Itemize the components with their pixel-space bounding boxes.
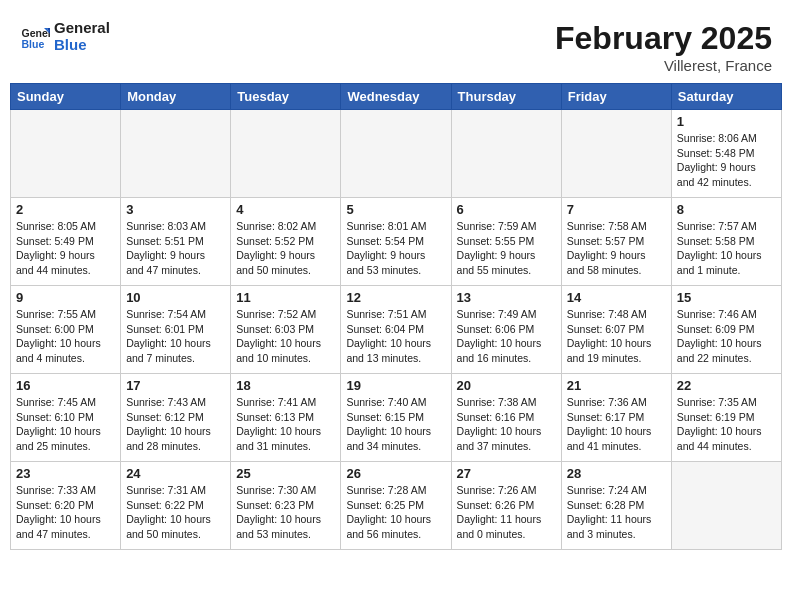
day-info: Sunrise: 8:01 AM Sunset: 5:54 PM Dayligh… bbox=[346, 219, 445, 278]
calendar-cell: 15Sunrise: 7:46 AM Sunset: 6:09 PM Dayli… bbox=[671, 286, 781, 374]
day-number: 6 bbox=[457, 202, 556, 217]
day-number: 11 bbox=[236, 290, 335, 305]
calendar-cell: 2Sunrise: 8:05 AM Sunset: 5:49 PM Daylig… bbox=[11, 198, 121, 286]
week-row-2: 2Sunrise: 8:05 AM Sunset: 5:49 PM Daylig… bbox=[11, 198, 782, 286]
calendar-cell bbox=[121, 110, 231, 198]
svg-text:Blue: Blue bbox=[22, 37, 45, 49]
day-number: 18 bbox=[236, 378, 335, 393]
week-row-5: 23Sunrise: 7:33 AM Sunset: 6:20 PM Dayli… bbox=[11, 462, 782, 550]
day-number: 8 bbox=[677, 202, 776, 217]
day-number: 10 bbox=[126, 290, 225, 305]
day-header-friday: Friday bbox=[561, 84, 671, 110]
calendar-cell: 5Sunrise: 8:01 AM Sunset: 5:54 PM Daylig… bbox=[341, 198, 451, 286]
calendar-cell: 26Sunrise: 7:28 AM Sunset: 6:25 PM Dayli… bbox=[341, 462, 451, 550]
logo-icon: General Blue bbox=[20, 22, 50, 52]
calendar-cell: 6Sunrise: 7:59 AM Sunset: 5:55 PM Daylig… bbox=[451, 198, 561, 286]
day-number: 27 bbox=[457, 466, 556, 481]
calendar-cell: 16Sunrise: 7:45 AM Sunset: 6:10 PM Dayli… bbox=[11, 374, 121, 462]
day-number: 23 bbox=[16, 466, 115, 481]
day-info: Sunrise: 7:55 AM Sunset: 6:00 PM Dayligh… bbox=[16, 307, 115, 366]
day-info: Sunrise: 7:46 AM Sunset: 6:09 PM Dayligh… bbox=[677, 307, 776, 366]
day-info: Sunrise: 7:59 AM Sunset: 5:55 PM Dayligh… bbox=[457, 219, 556, 278]
title-block: February 2025 Villerest, France bbox=[555, 20, 772, 74]
calendar-cell: 28Sunrise: 7:24 AM Sunset: 6:28 PM Dayli… bbox=[561, 462, 671, 550]
calendar-cell bbox=[451, 110, 561, 198]
day-number: 28 bbox=[567, 466, 666, 481]
calendar-cell: 23Sunrise: 7:33 AM Sunset: 6:20 PM Dayli… bbox=[11, 462, 121, 550]
day-info: Sunrise: 7:51 AM Sunset: 6:04 PM Dayligh… bbox=[346, 307, 445, 366]
day-header-tuesday: Tuesday bbox=[231, 84, 341, 110]
day-number: 16 bbox=[16, 378, 115, 393]
calendar-cell: 25Sunrise: 7:30 AM Sunset: 6:23 PM Dayli… bbox=[231, 462, 341, 550]
day-number: 4 bbox=[236, 202, 335, 217]
day-number: 13 bbox=[457, 290, 556, 305]
day-info: Sunrise: 8:03 AM Sunset: 5:51 PM Dayligh… bbox=[126, 219, 225, 278]
day-number: 12 bbox=[346, 290, 445, 305]
day-number: 24 bbox=[126, 466, 225, 481]
day-number: 14 bbox=[567, 290, 666, 305]
day-info: Sunrise: 7:33 AM Sunset: 6:20 PM Dayligh… bbox=[16, 483, 115, 542]
calendar-cell bbox=[341, 110, 451, 198]
day-number: 15 bbox=[677, 290, 776, 305]
calendar-header-row: SundayMondayTuesdayWednesdayThursdayFrid… bbox=[11, 84, 782, 110]
day-header-wednesday: Wednesday bbox=[341, 84, 451, 110]
day-info: Sunrise: 8:02 AM Sunset: 5:52 PM Dayligh… bbox=[236, 219, 335, 278]
day-info: Sunrise: 7:38 AM Sunset: 6:16 PM Dayligh… bbox=[457, 395, 556, 454]
day-header-thursday: Thursday bbox=[451, 84, 561, 110]
location: Villerest, France bbox=[555, 57, 772, 74]
calendar-cell: 11Sunrise: 7:52 AM Sunset: 6:03 PM Dayli… bbox=[231, 286, 341, 374]
calendar-cell: 21Sunrise: 7:36 AM Sunset: 6:17 PM Dayli… bbox=[561, 374, 671, 462]
day-number: 26 bbox=[346, 466, 445, 481]
day-info: Sunrise: 7:31 AM Sunset: 6:22 PM Dayligh… bbox=[126, 483, 225, 542]
day-info: Sunrise: 7:58 AM Sunset: 5:57 PM Dayligh… bbox=[567, 219, 666, 278]
day-info: Sunrise: 7:54 AM Sunset: 6:01 PM Dayligh… bbox=[126, 307, 225, 366]
calendar-cell: 17Sunrise: 7:43 AM Sunset: 6:12 PM Dayli… bbox=[121, 374, 231, 462]
day-info: Sunrise: 7:40 AM Sunset: 6:15 PM Dayligh… bbox=[346, 395, 445, 454]
day-info: Sunrise: 7:52 AM Sunset: 6:03 PM Dayligh… bbox=[236, 307, 335, 366]
day-number: 1 bbox=[677, 114, 776, 129]
calendar-table: SundayMondayTuesdayWednesdayThursdayFrid… bbox=[10, 83, 782, 550]
week-row-1: 1Sunrise: 8:06 AM Sunset: 5:48 PM Daylig… bbox=[11, 110, 782, 198]
day-number: 22 bbox=[677, 378, 776, 393]
calendar-cell: 13Sunrise: 7:49 AM Sunset: 6:06 PM Dayli… bbox=[451, 286, 561, 374]
calendar-cell: 27Sunrise: 7:26 AM Sunset: 6:26 PM Dayli… bbox=[451, 462, 561, 550]
calendar-cell: 20Sunrise: 7:38 AM Sunset: 6:16 PM Dayli… bbox=[451, 374, 561, 462]
day-number: 25 bbox=[236, 466, 335, 481]
calendar-cell: 10Sunrise: 7:54 AM Sunset: 6:01 PM Dayli… bbox=[121, 286, 231, 374]
page-header: General Blue General Blue February 2025 … bbox=[10, 10, 782, 79]
day-number: 7 bbox=[567, 202, 666, 217]
logo: General Blue General Blue bbox=[20, 20, 110, 53]
calendar-cell bbox=[671, 462, 781, 550]
calendar-cell bbox=[231, 110, 341, 198]
day-info: Sunrise: 7:41 AM Sunset: 6:13 PM Dayligh… bbox=[236, 395, 335, 454]
day-number: 21 bbox=[567, 378, 666, 393]
day-header-saturday: Saturday bbox=[671, 84, 781, 110]
calendar-cell: 19Sunrise: 7:40 AM Sunset: 6:15 PM Dayli… bbox=[341, 374, 451, 462]
day-info: Sunrise: 7:24 AM Sunset: 6:28 PM Dayligh… bbox=[567, 483, 666, 542]
week-row-3: 9Sunrise: 7:55 AM Sunset: 6:00 PM Daylig… bbox=[11, 286, 782, 374]
day-number: 9 bbox=[16, 290, 115, 305]
day-info: Sunrise: 7:35 AM Sunset: 6:19 PM Dayligh… bbox=[677, 395, 776, 454]
logo-line1: General bbox=[54, 20, 110, 37]
calendar-cell: 9Sunrise: 7:55 AM Sunset: 6:00 PM Daylig… bbox=[11, 286, 121, 374]
day-info: Sunrise: 7:49 AM Sunset: 6:06 PM Dayligh… bbox=[457, 307, 556, 366]
month-year: February 2025 bbox=[555, 20, 772, 57]
calendar-cell: 1Sunrise: 8:06 AM Sunset: 5:48 PM Daylig… bbox=[671, 110, 781, 198]
calendar-cell: 18Sunrise: 7:41 AM Sunset: 6:13 PM Dayli… bbox=[231, 374, 341, 462]
day-header-sunday: Sunday bbox=[11, 84, 121, 110]
calendar-cell: 3Sunrise: 8:03 AM Sunset: 5:51 PM Daylig… bbox=[121, 198, 231, 286]
day-info: Sunrise: 7:36 AM Sunset: 6:17 PM Dayligh… bbox=[567, 395, 666, 454]
day-number: 19 bbox=[346, 378, 445, 393]
day-info: Sunrise: 7:26 AM Sunset: 6:26 PM Dayligh… bbox=[457, 483, 556, 542]
calendar-cell: 14Sunrise: 7:48 AM Sunset: 6:07 PM Dayli… bbox=[561, 286, 671, 374]
day-info: Sunrise: 8:05 AM Sunset: 5:49 PM Dayligh… bbox=[16, 219, 115, 278]
calendar-cell: 7Sunrise: 7:58 AM Sunset: 5:57 PM Daylig… bbox=[561, 198, 671, 286]
day-info: Sunrise: 8:06 AM Sunset: 5:48 PM Dayligh… bbox=[677, 131, 776, 190]
logo-line2: Blue bbox=[54, 37, 110, 54]
day-info: Sunrise: 7:43 AM Sunset: 6:12 PM Dayligh… bbox=[126, 395, 225, 454]
calendar-cell: 4Sunrise: 8:02 AM Sunset: 5:52 PM Daylig… bbox=[231, 198, 341, 286]
calendar-cell bbox=[11, 110, 121, 198]
day-info: Sunrise: 7:28 AM Sunset: 6:25 PM Dayligh… bbox=[346, 483, 445, 542]
day-number: 5 bbox=[346, 202, 445, 217]
calendar-cell: 12Sunrise: 7:51 AM Sunset: 6:04 PM Dayli… bbox=[341, 286, 451, 374]
